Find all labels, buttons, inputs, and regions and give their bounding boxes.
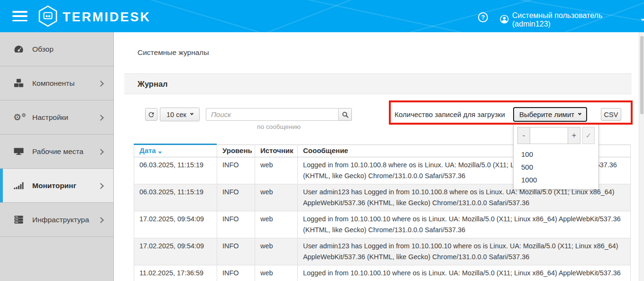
sidebar-item[interactable]: Компоненты	[0, 66, 113, 100]
sidebar-item-label: Рабочие места	[32, 147, 83, 156]
search-input[interactable]	[206, 108, 339, 121]
chevron-right-icon	[99, 147, 103, 156]
refresh-button[interactable]	[145, 108, 157, 121]
limit-option[interactable]: 500	[514, 161, 598, 173]
sidebar-item[interactable]: Мониторинг	[0, 169, 113, 203]
table-row[interactable]: 11.02.2025, 17:36:59 INFO web Logged in …	[134, 265, 631, 281]
refresh-interval-dropdown[interactable]: 10 сек	[160, 108, 200, 121]
server-icon	[13, 214, 26, 225]
chevron-right-icon	[99, 216, 103, 224]
cell-message: User admin123 has Logged in from 10.10.1…	[298, 238, 631, 265]
brand: TERMIDESK	[38, 5, 151, 29]
cell-level: INFO	[217, 157, 255, 184]
page-title: Системные журналы	[138, 48, 209, 57]
cell-level: INFO	[217, 265, 255, 281]
chevron-right-icon	[99, 113, 103, 122]
desktop-icon	[13, 146, 26, 157]
csv-export-button[interactable]: CSV	[601, 108, 621, 121]
cell-level: INFO	[217, 238, 255, 265]
sidebar-item[interactable]: ⚙⚙ Настройки	[0, 100, 113, 135]
cell-date: 17.02.2025, 09:54:09	[134, 238, 217, 265]
cell-message: Logged in from 10.10.100.10 where os is …	[298, 211, 631, 238]
help-icon[interactable]: ?	[478, 12, 488, 22]
limit-dropdown-panel: - + ✓ 100 500 1000	[513, 123, 599, 190]
chevron-down-icon	[578, 112, 581, 115]
limit-value-input[interactable]	[530, 127, 568, 144]
chevron-right-icon	[99, 181, 103, 190]
limit-stepper: - + ✓	[517, 127, 595, 144]
vertical-scrollbar[interactable]	[639, 32, 644, 281]
sort-desc-icon	[158, 150, 162, 154]
sidebar-item-label: Инфраструктура	[32, 216, 89, 224]
sidebar-item-label: Мониторинг	[32, 181, 76, 190]
table-row[interactable]: 17.02.2025, 09:54:09 INFO web Logged in …	[134, 211, 631, 238]
user-avatar-icon	[500, 15, 509, 26]
sidebar-item-label: Компоненты	[32, 79, 74, 88]
column-header-level[interactable]: Уровень	[217, 145, 255, 157]
search-button[interactable]	[339, 108, 352, 121]
check-icon: ✓	[586, 131, 592, 140]
termidesk-admin-app: TERMIDESK ? Системный пользователь (admi…	[0, 0, 644, 281]
limit-option[interactable]: 1000	[514, 173, 598, 186]
sidebar-item[interactable]: Обзор	[0, 32, 113, 66]
cell-source: web	[255, 157, 298, 184]
increment-button[interactable]: +	[568, 127, 580, 144]
sidebar-item[interactable]: Рабочие места	[0, 135, 113, 169]
cell-date: 17.02.2025, 09:54:09	[134, 211, 217, 238]
sidebar-item-label: Настройки	[32, 113, 68, 122]
cell-source: web	[255, 211, 298, 238]
chevron-down-icon	[641, 18, 644, 21]
cell-level: INFO	[217, 184, 255, 211]
scrollbar-thumb[interactable]	[640, 36, 644, 114]
sorted-column-indicator	[134, 144, 217, 145]
user-menu-label: Системный пользователь (admin123)	[512, 11, 638, 28]
cubes-icon	[13, 78, 26, 89]
card-title: Журнал	[124, 73, 632, 94]
cell-source: web	[255, 238, 298, 265]
cell-date: 11.02.2025, 17:36:59	[134, 265, 217, 281]
cell-message: Logged in from 10.10.100.10 where os is …	[298, 265, 631, 281]
brand-wordmark: TERMIDESK	[63, 10, 151, 25]
cell-level: INFO	[217, 211, 255, 238]
sidebar-nav: Обзор Компоненты ⚙⚙ Настройки Рабочие ме…	[0, 32, 114, 281]
search-group	[206, 108, 352, 121]
dashboard-icon	[13, 44, 26, 54]
cell-source: web	[255, 265, 298, 281]
termidesk-logo-icon	[38, 5, 58, 29]
top-header: TERMIDESK ? Системный пользователь (admi…	[0, 0, 644, 32]
table-row[interactable]: 17.02.2025, 09:54:09 INFO web User admin…	[134, 238, 631, 265]
cell-date: 06.03.2025, 11:15:19	[134, 184, 217, 211]
refresh-interval-value: 10 сек	[166, 111, 186, 118]
search-icon	[341, 111, 349, 118]
decrement-button[interactable]: -	[517, 127, 530, 144]
column-header-source[interactable]: Источник	[255, 145, 298, 157]
cell-source: web	[255, 184, 298, 211]
column-header-date[interactable]: Дата	[134, 145, 217, 157]
user-menu[interactable]: Системный пользователь (admin123)	[500, 11, 644, 28]
gears-icon: ⚙⚙	[13, 113, 26, 122]
signal-icon	[13, 180, 26, 191]
sidebar-item-label: Обзор	[32, 45, 54, 54]
sidebar-item[interactable]: Инфраструктура	[0, 203, 113, 237]
limit-label: Количество записей для загрузки	[395, 110, 505, 118]
limit-option[interactable]: 100	[514, 148, 598, 161]
limit-select-button[interactable]: Выберите лимит	[513, 107, 587, 122]
apply-limit-button[interactable]: ✓	[582, 127, 595, 144]
search-hint: по сообщению	[206, 123, 352, 130]
chevron-right-icon	[99, 79, 103, 88]
refresh-icon	[147, 111, 155, 118]
cell-date: 06.03.2025, 11:15:19	[134, 157, 217, 184]
menu-toggle-icon[interactable]	[12, 11, 28, 21]
limit-select-label: Выберите лимит	[519, 110, 574, 118]
chevron-down-icon	[190, 112, 193, 115]
